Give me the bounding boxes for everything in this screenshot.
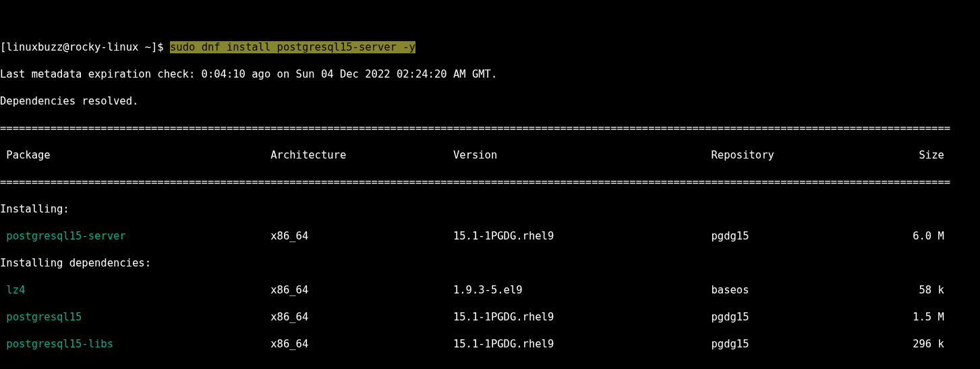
pkg-arch: x86_64: [270, 284, 453, 296]
pkg-version: 15.1-1PGDG.rhel9: [453, 311, 712, 323]
pkg-version: 1.9.3-5.el9: [453, 284, 712, 296]
prompt-user-host: [linuxbuzz@rocky-linux ~]$: [0, 41, 170, 53]
hr-double: ========================================…: [0, 175, 980, 189]
pkg-name: postgresql15-libs: [0, 338, 270, 350]
installing-deps-label: Installing dependencies:: [0, 256, 980, 270]
hdr-size: Size: [900, 149, 944, 161]
hdr-repo: Repository: [712, 149, 900, 161]
table-row: postgresql15-server x86_64 15.1-1PGDG.rh…: [0, 229, 980, 243]
hdr-arch: Architecture: [270, 149, 453, 161]
deps-resolved-line: Dependencies resolved.: [0, 94, 980, 108]
pkg-arch: x86_64: [270, 230, 453, 242]
metadata-line: Last metadata expiration check: 0:04:10 …: [0, 67, 980, 81]
pkg-size: 6.0 M: [900, 230, 944, 242]
prompt-line[interactable]: [linuxbuzz@rocky-linux ~]$ sudo dnf inst…: [0, 40, 980, 54]
prompt-command: sudo dnf install postgresql15-server -y: [170, 41, 415, 53]
pkg-arch: x86_64: [270, 311, 453, 323]
table-header-row: Package Architecture Version Repository …: [0, 148, 980, 162]
pkg-arch: x86_64: [270, 338, 453, 350]
pkg-version: 15.1-1PGDG.rhel9: [453, 338, 712, 350]
hdr-package: Package: [0, 149, 270, 161]
pkg-repo: pgdg15: [712, 338, 900, 350]
pkg-name: lz4: [0, 284, 270, 296]
pkg-size: 1.5 M: [900, 311, 944, 323]
pkg-name: postgresql15: [0, 311, 270, 323]
pkg-repo: pgdg15: [712, 311, 900, 323]
pkg-size: 296 k: [900, 338, 944, 350]
table-row: lz4 x86_64 1.9.3-5.el9 baseos 58 k: [0, 283, 980, 297]
table-row: postgresql15-libs x86_64 15.1-1PGDG.rhel…: [0, 337, 980, 351]
pkg-repo: baseos: [712, 284, 900, 296]
pkg-repo: pgdg15: [712, 230, 900, 242]
blank-line: [0, 364, 980, 369]
table-row: postgresql15 x86_64 15.1-1PGDG.rhel9 pgd…: [0, 310, 980, 324]
pkg-size: 58 k: [900, 284, 944, 296]
hr-double: ========================================…: [0, 121, 980, 135]
pkg-name: postgresql15-server: [0, 230, 270, 242]
installing-label: Installing:: [0, 202, 980, 216]
hdr-version: Version: [453, 149, 712, 161]
pkg-version: 15.1-1PGDG.rhel9: [453, 230, 712, 242]
